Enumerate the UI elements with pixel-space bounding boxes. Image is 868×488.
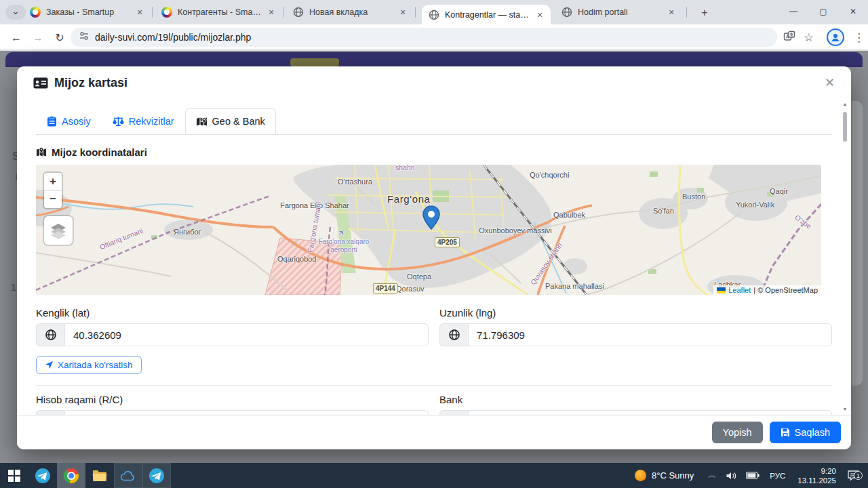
lat-label: Kenglik (lat) (36, 307, 429, 319)
zoom-out-button[interactable]: − (44, 190, 62, 208)
page-button-dimmed (290, 58, 339, 66)
tab-close-icon[interactable]: ✕ (666, 7, 677, 18)
browser-tab-new[interactable]: Новая вкладка ✕ (286, 0, 414, 24)
browser-tab-zakazy[interactable]: Заказы - Smartup ✕ (23, 0, 151, 24)
smartup-favicon-icon (30, 7, 41, 18)
scroll-up-icon[interactable]: ▲ (841, 102, 849, 106)
profile-avatar[interactable] (827, 28, 844, 46)
account-input[interactable] (64, 410, 429, 415)
time-text: 9:20 (797, 466, 836, 476)
lng-input[interactable] (468, 323, 832, 346)
save-label: Saqlash (795, 427, 830, 438)
lng-label: Uzunlik (lng) (439, 307, 832, 319)
taskbar-tray: 8°C Sunny ︿ РУС 9:20 13.11.2025 1 (625, 463, 868, 488)
taskbar-explorer-button[interactable] (85, 463, 114, 488)
tab-separator (152, 7, 153, 18)
modal-title-row: Mijoz kartasi (33, 76, 127, 90)
back-button[interactable]: ← (8, 30, 24, 46)
clock-widget[interactable]: 9:20 13.11.2025 (791, 466, 843, 485)
lng-input-group (439, 323, 832, 346)
browser-tab-hodim[interactable]: Hodim portali ✕ (555, 0, 682, 24)
tab-title: Новая вкладка (309, 7, 395, 17)
address-bar[interactable]: daily-suvi.com/19l/public/mijozlar.php (71, 28, 777, 47)
windows-logo-icon (8, 470, 20, 482)
ukraine-flag-icon (717, 287, 726, 293)
lng-field-group: Uzunlik (lng) (439, 307, 832, 346)
chrome-icon (64, 468, 79, 483)
mijoz-kartasi-modal: Mijoz kartasi ✕ Asosiy Rekvizitlar Geo &… (17, 66, 851, 449)
smartup-favicon-icon (161, 7, 172, 18)
coords-row: Kenglik (lat) Uzunlik (lng) (36, 307, 832, 346)
taskbar-chrome-button[interactable] (57, 463, 85, 488)
tab-title: Kontragentlar — stacked modal (445, 10, 532, 20)
tab-close-icon[interactable]: ✕ (266, 7, 277, 18)
forward-button[interactable]: → (30, 30, 46, 46)
site-settings-icon[interactable] (79, 30, 90, 44)
translate-icon[interactable] (783, 30, 795, 45)
map-location-icon (196, 116, 208, 127)
tray-chevron-up-icon[interactable]: ︿ (703, 470, 721, 481)
new-tab-button[interactable]: + (696, 5, 713, 20)
battery-icon[interactable] (741, 472, 764, 479)
tab-label: Asosiy (62, 116, 91, 127)
modal-scrollbar[interactable]: ▲ ▼ (841, 102, 849, 411)
tab-asosiy[interactable]: Asosiy (36, 108, 102, 134)
volume-icon[interactable] (721, 471, 741, 481)
scrollbar-thumb[interactable] (843, 112, 847, 142)
tab-close-icon[interactable]: ✕ (397, 7, 408, 18)
map-tiles (36, 165, 821, 295)
bank-row: Hisob raqami (R/C) Bank (36, 394, 832, 415)
weather-widget[interactable]: 8°C Sunny (625, 470, 703, 481)
section-divider (36, 385, 832, 386)
window-close-button[interactable]: ✕ (838, 0, 868, 23)
language-indicator[interactable]: РУС (764, 472, 791, 480)
window-maximize-button[interactable]: ▢ (808, 0, 838, 23)
leaflet-map[interactable]: Farg'ona O'rtashura Qo'chqorchi Qaqir Bu… (36, 165, 821, 295)
show-on-map-label: Xaritada ko'rsatish (58, 360, 133, 370)
bookmark-star-icon[interactable]: ☆ (804, 30, 814, 45)
save-button[interactable]: Saqlash (770, 422, 841, 443)
tab-rekvizitlar[interactable]: Rekvizitlar (102, 108, 185, 134)
browser-tab-kontragenty[interactable]: Контрагенты - Smartup ✕ (155, 0, 282, 24)
close-button[interactable]: Yopish (712, 422, 763, 443)
account-label: Hisob raqami (R/C) (36, 394, 429, 405)
scroll-down-icon[interactable]: ▼ (841, 407, 849, 411)
clipboard-icon (47, 116, 57, 127)
start-button[interactable] (0, 463, 28, 488)
tab-separator (283, 7, 284, 18)
modal-header: Mijoz kartasi ✕ (17, 66, 851, 99)
osm-attribution[interactable]: | © OpenStreetMap (753, 286, 818, 294)
lat-input[interactable] (64, 323, 429, 346)
zoom-in-button[interactable]: + (44, 173, 62, 190)
reload-button[interactable]: ↻ (52, 30, 68, 46)
tab-close-icon[interactable]: ✕ (134, 7, 145, 18)
tab-close-icon[interactable]: ✕ (534, 9, 545, 20)
page-card-edge-dimmed (852, 101, 863, 386)
bank-input[interactable] (468, 410, 832, 415)
globe-icon (439, 323, 468, 346)
folder-icon (92, 468, 108, 483)
modal-tabbar: Asosiy Rekvizitlar Geo & Bank (36, 108, 832, 135)
modal-title: Mijoz kartasi (54, 76, 127, 90)
taskbar-telegram2-button[interactable] (142, 463, 171, 488)
modal-close-icon[interactable]: ✕ (825, 75, 835, 90)
leaflet-link[interactable]: Leaflet (728, 286, 751, 294)
weather-text: 8°C Sunny (652, 470, 694, 481)
telegram-icon (35, 468, 51, 484)
save-floppy-icon (781, 428, 790, 437)
map-layers-control[interactable] (44, 216, 73, 245)
window-minimize-button[interactable]: — (778, 0, 808, 23)
browser-tab-kontragentlar-active[interactable]: Kontragentlar — stacked modal ✕ (422, 5, 551, 24)
show-on-map-button[interactable]: Xaritada ko'rsatish (36, 356, 142, 374)
tab-label: Geo & Bank (212, 116, 265, 127)
road-ref-badge: 4P205 (435, 237, 460, 247)
notification-center-button[interactable]: 1 (843, 470, 868, 481)
tab-label: Rekvizitlar (129, 116, 174, 127)
browser-menu-kebab-icon[interactable]: ⋮ (853, 30, 865, 45)
section-title: Mijoz koordinatalari (52, 146, 147, 158)
taskbar-telegram-button[interactable] (28, 463, 57, 488)
taskbar-cloud-app-button[interactable] (114, 463, 142, 488)
page-navbar-dimmed (5, 52, 863, 67)
tab-geo-bank[interactable]: Geo & Bank (185, 108, 276, 134)
bank-input-group (439, 410, 832, 415)
